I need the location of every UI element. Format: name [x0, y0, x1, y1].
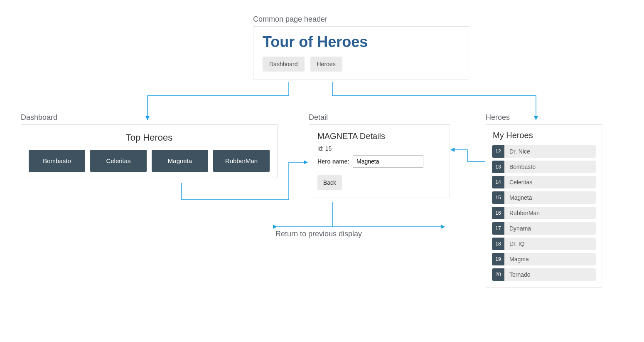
hero-list-item[interactable]: 20Tornado — [492, 268, 596, 281]
heroes-section-label: Heroes — [486, 113, 602, 122]
hero-name-label: Dr. Nice — [504, 145, 596, 158]
hero-name-label: Celeritas — [504, 176, 596, 188]
header-panel: Tour of Heroes Dashboard Heroes — [253, 26, 469, 79]
return-caption: Return to previous display — [275, 230, 362, 238]
hero-name-label: Tornado — [504, 268, 596, 281]
detail-id-line: id: 15 — [317, 145, 441, 152]
header-section-label: Common page header — [253, 15, 469, 24]
hero-id-badge: 20 — [492, 268, 504, 281]
dashboard-title: Top Heroes — [29, 132, 270, 143]
dashboard-panel: Top Heroes Bombasto Celeritas Magneta Ru… — [21, 124, 278, 178]
hero-id-badge: 14 — [492, 176, 504, 188]
hero-name-label: Dr. IQ — [504, 238, 596, 250]
hero-id-badge: 15 — [492, 191, 504, 204]
detail-name-label: Hero name: — [317, 158, 349, 165]
hero-list-item[interactable]: 16RubberMan — [492, 207, 596, 219]
hero-name-label: Bombasto — [504, 161, 596, 173]
hero-id-badge: 13 — [492, 161, 504, 173]
hero-tile[interactable]: Celeritas — [90, 150, 147, 172]
hero-id-badge: 17 — [492, 222, 504, 235]
app-title: Tour of Heroes — [263, 33, 460, 51]
hero-name-label: Magma — [504, 253, 596, 265]
hero-list-item[interactable]: 12Dr. Nice — [492, 145, 596, 158]
heroes-panel: My Heroes 12Dr. Nice13Bombasto14Celerita… — [486, 124, 602, 288]
hero-id-badge: 18 — [492, 238, 504, 250]
detail-panel: MAGNETA Details id: 15 Hero name: Back — [309, 124, 450, 198]
hero-list-item[interactable]: 18Dr. IQ — [492, 238, 596, 250]
hero-name-label: RubberMan — [504, 207, 596, 219]
detail-id-label: id: — [317, 145, 324, 152]
hero-tile[interactable]: RubberMan — [213, 150, 270, 172]
dashboard-section-label: Dashboard — [21, 113, 278, 122]
nav-heroes-button[interactable]: Heroes — [310, 57, 342, 72]
back-button[interactable]: Back — [317, 175, 342, 190]
hero-list-item[interactable]: 14Celeritas — [492, 176, 596, 188]
nav-dashboard-button[interactable]: Dashboard — [263, 57, 305, 72]
hero-name-label: Dynama — [504, 222, 596, 235]
hero-name-label: Magneta — [504, 191, 596, 204]
hero-tile[interactable]: Bombasto — [29, 150, 85, 172]
hero-list-item[interactable]: 19Magma — [492, 253, 596, 265]
hero-name-input[interactable] — [353, 155, 423, 168]
hero-id-badge: 16 — [492, 207, 504, 219]
heroes-title: My Heroes — [493, 131, 596, 140]
hero-list-item[interactable]: 13Bombasto — [492, 161, 596, 173]
detail-id-value: 15 — [325, 145, 332, 152]
detail-title: MAGNETA Details — [317, 131, 441, 141]
hero-id-badge: 12 — [492, 145, 504, 158]
detail-section-label: Detail — [309, 113, 450, 122]
hero-list-item[interactable]: 15Magneta — [492, 191, 596, 204]
hero-id-badge: 19 — [492, 253, 504, 265]
hero-tile[interactable]: Magneta — [152, 150, 208, 172]
hero-list-item[interactable]: 17Dynama — [492, 222, 596, 235]
